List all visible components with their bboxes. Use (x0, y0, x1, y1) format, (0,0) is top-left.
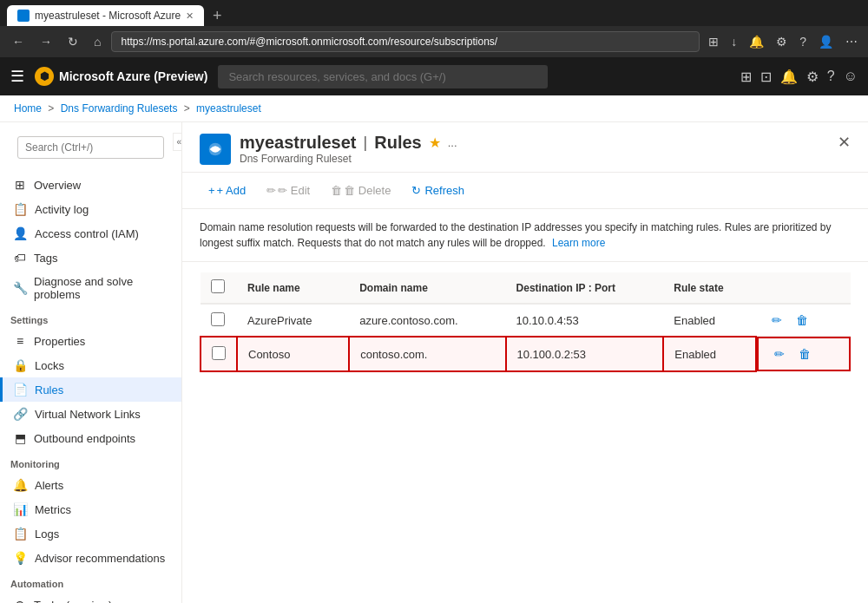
row2-checkbox[interactable] (212, 346, 226, 360)
sidebar-item-metrics[interactable]: 📊 Metrics (0, 497, 181, 521)
locks-icon: 🔒 (13, 358, 28, 372)
row2-actions: ✏ 🗑 (757, 337, 851, 371)
browser-action-icon-2[interactable]: ↓ (727, 33, 740, 50)
browser-chrome: myeastruleset - Microsoft Azure ✕ + (0, 0, 868, 26)
resource-separator: | (364, 134, 368, 152)
sidebar-label-logs: Logs (35, 528, 59, 541)
edit-button[interactable]: ✏ ✏ Edit (258, 180, 319, 201)
row1-actions: ✏ 🗑 (756, 305, 851, 337)
close-button[interactable]: ✕ (838, 133, 851, 152)
monitoring-section-label: Monitoring (0, 450, 181, 473)
row1-delete-icon[interactable]: 🗑 (791, 311, 813, 329)
sidebar-label-advisor: Advisor recommendations (35, 552, 165, 565)
delete-button[interactable]: 🗑 🗑 Delete (322, 180, 399, 201)
alerts-icon: 🔔 (13, 478, 28, 492)
browser-actions: ⊞ ↓ 🔔 ⚙ ? 👤 ⋯ (705, 33, 861, 50)
sidebar-item-logs[interactable]: 📋 Logs (0, 521, 181, 546)
row2-edit-icon[interactable]: ✏ (769, 345, 790, 363)
row1-edit-icon[interactable]: ✏ (766, 311, 787, 329)
tab-close-button[interactable]: ✕ (186, 10, 194, 22)
row1-checkbox[interactable] (211, 312, 225, 326)
sidebar-label-tasks: Tasks (preview) (34, 599, 112, 604)
content-area: myeastruleset | Rules ★ ... Dns Forwardi… (182, 122, 868, 603)
sidebar-item-overview[interactable]: ⊞ Overview (0, 173, 181, 197)
col-rule-name: Rule name (237, 272, 349, 304)
portal-icon[interactable]: ⊡ (760, 69, 772, 85)
advisor-icon: 💡 (13, 551, 28, 565)
sidebar-item-locks[interactable]: 🔒 Locks (0, 353, 181, 377)
settings-icon[interactable]: ⚙ (806, 69, 819, 85)
sidebar-item-alerts[interactable]: 🔔 Alerts (0, 473, 181, 497)
browser-more[interactable]: ⋯ (842, 33, 861, 50)
refresh-icon: ↻ (411, 184, 421, 197)
row2-checkbox-cell[interactable] (201, 337, 237, 371)
delete-label: 🗑 Delete (344, 184, 391, 197)
add-button[interactable]: + + Add (200, 180, 254, 201)
help-icon[interactable]: ? (827, 69, 835, 84)
cloud-shell-icon[interactable]: ⊞ (740, 69, 752, 85)
home-button[interactable]: ⌂ (89, 33, 106, 50)
sidebar-item-activity-log[interactable]: 📋 Activity log (0, 197, 181, 221)
breadcrumb-home[interactable]: Home (14, 102, 42, 115)
sidebar-search[interactable] (17, 136, 164, 159)
row2-delete-icon[interactable]: 🗑 (793, 345, 816, 363)
outbound-icon: ⬒ (13, 431, 27, 445)
sidebar-collapse-btn[interactable]: « (173, 133, 182, 151)
browser-action-icon-4[interactable]: ⚙ (773, 33, 791, 50)
select-all-checkbox[interactable] (211, 279, 225, 293)
browser-action-icon-6[interactable]: 👤 (815, 33, 837, 50)
browser-action-icon-5[interactable]: ? (796, 33, 810, 50)
row1-checkbox-cell[interactable] (201, 304, 237, 337)
rules-icon: 📄 (13, 383, 28, 397)
sidebar-item-iam[interactable]: 👤 Access control (IAM) (0, 221, 181, 246)
sidebar-item-rules[interactable]: 📄 Rules (0, 377, 181, 402)
iam-icon: 👤 (13, 226, 28, 240)
edit-label: ✏ Edit (278, 184, 310, 197)
sidebar-label-iam: Access control (IAM) (35, 227, 139, 240)
sidebar-label-outbound-endpoints: Outbound endpoints (34, 432, 135, 445)
browser-action-icon-3[interactable]: 🔔 (746, 33, 767, 50)
add-label: + Add (217, 184, 247, 197)
breadcrumb: Home > Dns Forwarding Rulesets > myeastr… (0, 95, 868, 122)
browser-action-icon-1[interactable]: ⊞ (705, 33, 722, 50)
new-tab-button[interactable]: + (209, 7, 226, 25)
feedback-icon[interactable]: ☺ (844, 69, 858, 84)
learn-more-link[interactable]: Learn more (552, 237, 605, 249)
page-title: Rules (374, 133, 421, 153)
address-bar[interactable] (111, 31, 700, 52)
col-domain-name: Domain name (349, 272, 505, 304)
tab-title: myeastruleset - Microsoft Azure (35, 10, 181, 22)
breadcrumb-current[interactable]: myeastruleset (196, 102, 261, 115)
sidebar-item-properties[interactable]: ≡ Properties (0, 329, 181, 353)
sidebar-item-tasks[interactable]: ⊕ Tasks (preview) (0, 593, 181, 603)
sidebar-item-advisor[interactable]: 💡 Advisor recommendations (0, 546, 181, 570)
browser-controls: ← → ↻ ⌂ ⊞ ↓ 🔔 ⚙ ? 👤 ⋯ (0, 26, 868, 57)
sidebar-item-tags[interactable]: 🏷 Tags (0, 246, 181, 270)
sidebar-item-virtual-network-links[interactable]: 🔗 Virtual Network Links (0, 402, 181, 426)
refresh-button[interactable]: ↻ Refresh (403, 180, 473, 201)
sidebar-label-activity-log: Activity log (35, 203, 89, 216)
sidebar-label-alerts: Alerts (35, 479, 63, 492)
browser-tab[interactable]: myeastruleset - Microsoft Azure ✕ (7, 5, 204, 26)
global-search[interactable] (218, 65, 548, 88)
breadcrumb-sep-1: > (48, 102, 56, 115)
reload-button[interactable]: ↻ (62, 33, 83, 50)
refresh-label: Refresh (424, 184, 464, 197)
more-options-btn[interactable]: ... (448, 136, 457, 149)
sidebar-item-outbound-endpoints[interactable]: ⬒ Outbound endpoints (0, 426, 181, 450)
sidebar-label-tags: Tags (34, 252, 57, 265)
favorite-star[interactable]: ★ (429, 134, 441, 151)
rules-table: Rule name Domain name Destination IP : P… (200, 272, 851, 372)
notification-icon[interactable]: 🔔 (780, 69, 798, 85)
sidebar-item-diagnose[interactable]: 🔧 Diagnose and solve problems (0, 270, 181, 306)
description-text: Domain name resolution requests will be … (200, 221, 831, 249)
col-checkbox (201, 272, 237, 304)
row1-state: Enabled (663, 304, 756, 337)
hamburger-menu[interactable]: ☰ (10, 67, 24, 86)
resource-type: Dns Forwarding Ruleset (240, 153, 457, 165)
back-button[interactable]: ← (7, 33, 30, 50)
azure-logo-icon: ⬢ (35, 67, 54, 86)
diagnose-icon: 🔧 (13, 281, 27, 295)
breadcrumb-rulesets[interactable]: Dns Forwarding Rulesets (61, 102, 178, 115)
forward-button[interactable]: → (35, 33, 57, 50)
